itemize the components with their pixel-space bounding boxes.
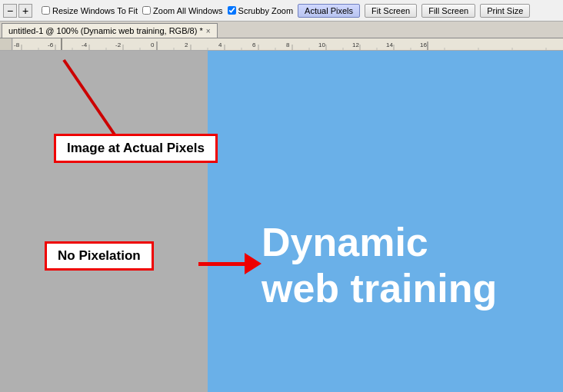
actual-pixels-label: Image at Actual Pixels [54, 134, 218, 163]
svg-text:-8: -8 [14, 42, 20, 48]
svg-text:-2: -2 [115, 42, 122, 48]
resize-windows-checkbox[interactable] [42, 6, 50, 15]
fit-screen-button[interactable]: Fit Screen [365, 4, 417, 18]
svg-text:14: 14 [386, 42, 393, 48]
resize-windows-label: Resize Windows To Fit [52, 6, 138, 15]
tab-bar: untitled-1 @ 100% (Dynamic web training,… [0, 22, 563, 38]
fill-screen-button[interactable]: Fill Screen [421, 4, 475, 18]
tab-close-button[interactable]: × [206, 27, 211, 35]
svg-text:6: 6 [252, 42, 256, 48]
zoom-all-checkbox-group: Zoom All Windows [142, 6, 222, 15]
resize-windows-checkbox-group: Resize Windows To Fit [42, 6, 138, 15]
toolbar: − + Resize Windows To Fit Zoom All Windo… [0, 0, 563, 22]
document-tab[interactable]: untitled-1 @ 100% (Dynamic web training,… [2, 23, 218, 38]
arrow-head [245, 253, 262, 274]
canvas-gray-bg [0, 51, 208, 392]
big-text: Dynamic web training [262, 220, 497, 312]
scrubby-zoom-checkbox-group: Scrubby Zoom [228, 6, 294, 15]
svg-text:8: 8 [286, 42, 290, 48]
ruler: ruler ticks -8 -6 -4 -2 0 2 4 6 8 10 12 … [0, 38, 563, 51]
zoom-in-button[interactable]: + [18, 4, 32, 18]
zoom-all-checkbox[interactable] [142, 6, 151, 15]
svg-text:-4: -4 [82, 42, 88, 48]
svg-text:12: 12 [352, 42, 359, 48]
right-arrow [198, 253, 262, 274]
tab-title: untitled-1 @ 100% (Dynamic web training,… [8, 26, 203, 35]
no-pixelation-label: No Pixelation [45, 241, 154, 271]
svg-text:16: 16 [420, 42, 427, 48]
zoom-controls[interactable]: − + [3, 4, 32, 18]
actual-pixels-button[interactable]: Actual Pixels [298, 4, 360, 18]
scrubby-zoom-checkbox[interactable] [228, 6, 236, 15]
svg-text:0: 0 [151, 42, 155, 48]
svg-text:10: 10 [318, 42, 325, 48]
scrubby-zoom-label: Scrubby Zoom [238, 6, 294, 15]
zoom-all-label: Zoom All Windows [153, 6, 222, 15]
ruler-svg: ruler ticks -8 -6 -4 -2 0 2 4 6 8 10 12 … [0, 38, 563, 50]
arrow-line [198, 262, 245, 266]
canvas-area: Image at Actual Pixels No Pixelation Dyn… [0, 51, 563, 392]
svg-text:-6: -6 [48, 42, 54, 48]
print-size-button[interactable]: Print Size [480, 4, 530, 18]
svg-text:4: 4 [218, 42, 222, 48]
zoom-out-button[interactable]: − [3, 4, 17, 18]
svg-text:2: 2 [185, 42, 188, 48]
